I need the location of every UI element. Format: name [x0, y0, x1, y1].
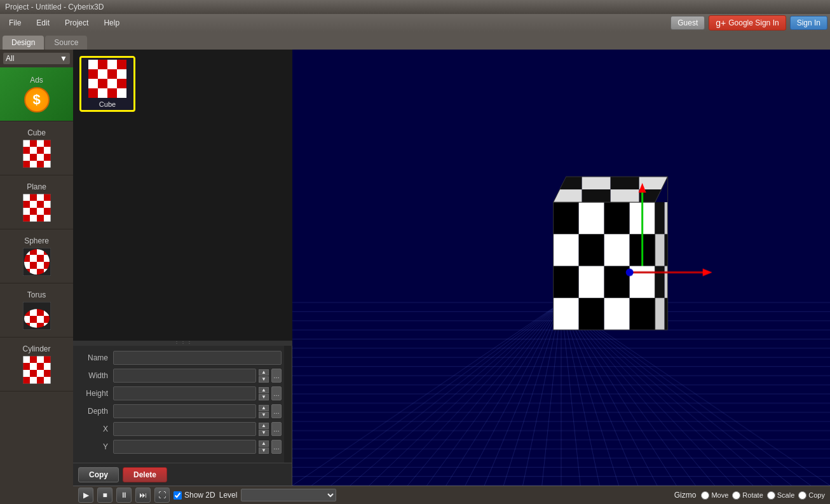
title-text: Project - Untitled - Cyberix3D [5, 3, 104, 11]
prop-label-depth: Depth [76, 407, 111, 416]
radio-move[interactable] [701, 491, 709, 500]
x-spinners: ▲ ▼ [259, 423, 269, 436]
gizmo-radio-group: Move Rotate Scale Copy [701, 491, 825, 500]
sidebar-label-cube: Cube [27, 128, 46, 137]
object-card-cube[interactable]: Cube [79, 56, 135, 112]
step-button[interactable]: ⏭ [135, 487, 151, 503]
google-signin-button[interactable]: g+ Google Sign In [709, 15, 786, 31]
menu-file[interactable]: File [3, 17, 27, 29]
rotate-label: Rotate [742, 491, 763, 499]
x-up-spinner[interactable]: ▲ [259, 423, 269, 429]
x-down-spinner[interactable]: ▼ [259, 430, 269, 436]
y-spinners: ▲ ▼ [259, 440, 269, 454]
radio-move-label[interactable]: Move [701, 491, 728, 500]
width-dots-btn[interactable]: … [271, 369, 282, 383]
gizmo-label: Gizmo [674, 491, 697, 500]
sidebar-label-torus: Torus [27, 290, 46, 299]
prop-label-x: X [76, 425, 111, 433]
prop-row-y: Y ▲ ▼ … [76, 440, 282, 454]
card-cube-icon [88, 60, 126, 98]
height-dots-btn[interactable]: … [271, 386, 282, 400]
height-up-spinner[interactable]: ▲ [259, 387, 269, 393]
left-sidebar: All ▼ Ads $ Cube Plane Sphere [0, 50, 73, 504]
pause-button[interactable]: ⏸ [116, 487, 132, 503]
prop-input-x[interactable] [113, 422, 256, 436]
x-dots-btn[interactable]: … [271, 422, 282, 436]
signin-button[interactable]: Sign In [790, 16, 827, 30]
sphere-icon [23, 248, 51, 276]
show2d-checkbox[interactable] [173, 491, 182, 500]
properties-panel: Name Width ▲ ▼ … [73, 346, 292, 486]
tab-bar: Design Source [0, 32, 830, 50]
tab-source[interactable]: Source [45, 36, 87, 50]
plane-icon [23, 194, 51, 222]
sidebar-item-sphere[interactable]: Sphere [0, 229, 73, 283]
width-spinners: ▲ ▼ [259, 369, 269, 383]
copy-radio-label: Copy [808, 491, 825, 499]
properties-scrollbar[interactable] [284, 346, 292, 463]
viewport-canvas [292, 50, 830, 486]
width-up-spinner[interactable]: ▲ [259, 369, 269, 376]
prop-row-x: X ▲ ▼ … [76, 422, 282, 436]
depth-down-spinner[interactable]: ▼ [259, 412, 269, 418]
show2d-label: Show 2D [184, 491, 215, 500]
fullscreen-button[interactable]: ⛶ [154, 487, 170, 503]
play-button[interactable]: ▶ [78, 487, 93, 503]
radio-scale-label[interactable]: Scale [767, 491, 795, 500]
prop-input-name[interactable] [113, 351, 282, 365]
dropdown-arrow-icon: ▼ [57, 53, 70, 64]
depth-dots-btn[interactable]: … [271, 404, 282, 418]
sidebar-label-plane: Plane [27, 182, 46, 191]
sidebar-item-plane[interactable]: Plane [0, 175, 73, 229]
prop-label-name: Name [76, 353, 111, 362]
guest-badge: Guest [670, 16, 705, 30]
tab-design[interactable]: Design [3, 36, 44, 50]
viewport[interactable] [292, 50, 830, 486]
level-select[interactable] [241, 489, 336, 501]
menu-edit[interactable]: Edit [30, 17, 56, 29]
cylinder-icon [23, 356, 51, 384]
prop-row-height: Height ▲ ▼ … [76, 386, 282, 400]
y-up-spinner[interactable]: ▲ [259, 440, 269, 447]
radio-copy-label[interactable]: Copy [798, 491, 825, 500]
sidebar-scroll[interactable]: Ads $ Cube Plane Sphere Torus [0, 67, 73, 504]
scale-label: Scale [777, 491, 795, 499]
prop-input-height[interactable] [113, 386, 256, 400]
prop-input-width[interactable] [113, 369, 256, 383]
depth-up-spinner[interactable]: ▲ [259, 405, 269, 411]
sidebar-item-cylinder[interactable]: Cylinder [0, 337, 73, 392]
radio-rotate[interactable] [732, 491, 740, 500]
radio-copy[interactable] [798, 491, 806, 500]
y-down-spinner[interactable]: ▼ [259, 447, 269, 454]
radio-scale[interactable] [767, 491, 775, 500]
sidebar-item-cube[interactable]: Cube [0, 121, 73, 175]
prop-row-name: Name [76, 351, 282, 365]
sidebar-item-ads[interactable]: Ads $ [0, 67, 73, 121]
height-down-spinner[interactable]: ▼ [259, 394, 269, 400]
object-grid: Cube [73, 50, 292, 341]
prop-row-width: Width ▲ ▼ … [76, 369, 282, 383]
delete-button[interactable]: Delete [123, 467, 167, 482]
height-spinners: ▲ ▼ [259, 387, 269, 400]
menu-project[interactable]: Project [58, 17, 95, 29]
y-dots-btn[interactable]: … [271, 440, 282, 454]
properties-scroll[interactable]: Name Width ▲ ▼ … [73, 346, 284, 463]
ads-dollar-icon: $ [24, 87, 50, 112]
main-layout: All ▼ Ads $ Cube Plane Sphere [0, 50, 830, 504]
show2d-checkbox-label[interactable]: Show 2D [173, 491, 215, 500]
prop-input-y[interactable] [113, 440, 256, 454]
width-down-spinner[interactable]: ▼ [259, 376, 269, 383]
panel-resize-handle[interactable]: ⋮⋮⋮ [73, 341, 292, 346]
radio-rotate-label[interactable]: Rotate [732, 491, 763, 500]
prop-input-depth[interactable] [113, 404, 256, 418]
stop-button[interactable]: ■ [97, 487, 112, 503]
sidebar-item-torus[interactable]: Torus [0, 283, 73, 337]
move-label: Move [711, 491, 728, 499]
category-select[interactable]: All ▼ [3, 52, 71, 65]
sidebar-label-sphere: Sphere [24, 236, 49, 245]
prop-label-height: Height [76, 389, 111, 398]
menu-help[interactable]: Help [97, 17, 126, 29]
copy-button[interactable]: Copy [78, 467, 119, 482]
toolbar-right: Gizmo Move Rotate Scale [674, 491, 825, 500]
category-dropdown[interactable]: All [3, 53, 57, 64]
